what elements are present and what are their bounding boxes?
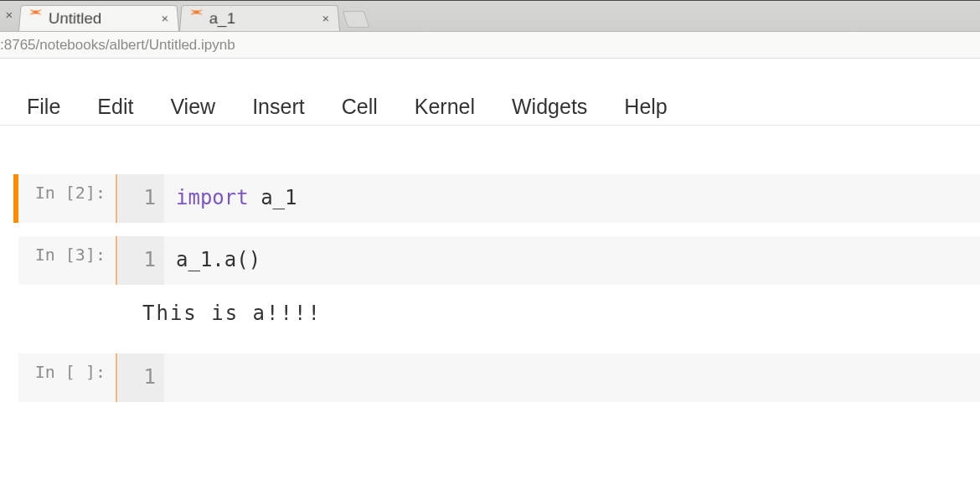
cell-prompt: In [ ]:: [18, 353, 116, 402]
menu-widgets[interactable]: Widgets: [512, 95, 587, 119]
menu-insert[interactable]: Insert: [252, 95, 305, 119]
notebook-area: File Edit View Insert Cell Kernel Widget…: [0, 59, 980, 402]
code-token-keyword: import: [176, 186, 249, 209]
output-text: This is a!!!!: [129, 302, 322, 325]
cell-output: This is a!!!!: [13, 302, 980, 325]
close-icon: ×: [3, 9, 15, 21]
close-icon[interactable]: ×: [159, 13, 172, 24]
cell-input-area[interactable]: 1: [117, 353, 980, 402]
menu-kernel[interactable]: Kernel: [415, 95, 475, 119]
cells-container: In [2]: 1 import a_1 In [3]: 1 a_1.a() T…: [0, 126, 980, 402]
jupyter-icon: [189, 12, 204, 25]
code-cell[interactable]: In [2]: 1 import a_1: [13, 174, 980, 223]
menu-bar: File Edit View Insert Cell Kernel Widget…: [0, 89, 980, 126]
cell-input-area[interactable]: 1 a_1.a(): [117, 236, 980, 285]
tab-title: Untitled: [48, 9, 159, 27]
close-icon[interactable]: ×: [320, 13, 333, 24]
line-number: 1: [117, 174, 164, 223]
cell-prompt: In [3]:: [18, 236, 116, 285]
browser-tab-untitled[interactable]: Untitled ×: [18, 5, 179, 31]
code-token-plain: a_1.a(): [176, 248, 260, 271]
menu-help[interactable]: Help: [624, 95, 667, 119]
code-cell[interactable]: In [3]: 1 a_1.a(): [13, 236, 980, 285]
jupyter-icon: [28, 12, 43, 25]
menu-edit[interactable]: Edit: [97, 95, 133, 119]
code-content[interactable]: a_1.a(): [164, 236, 980, 285]
code-content[interactable]: [164, 353, 980, 402]
url-text[interactable]: :8765/notebooks/albert/Untitled.ipynb: [0, 37, 235, 54]
address-bar: :8765/notebooks/albert/Untitled.ipynb: [0, 32, 980, 59]
cell-prompt: In [2]:: [18, 174, 116, 223]
line-number: 1: [117, 353, 164, 402]
menu-cell[interactable]: Cell: [342, 95, 378, 119]
code-token-plain: a_1: [249, 186, 297, 209]
line-number: 1: [117, 236, 164, 285]
cell-input-area[interactable]: 1 import a_1: [117, 174, 980, 223]
tab-title: a_1: [209, 9, 320, 27]
menu-view[interactable]: View: [170, 95, 215, 119]
code-content[interactable]: import a_1: [164, 174, 980, 223]
output-spacer: [13, 302, 129, 325]
browser-tab-strip: × Untitled × a_1 ×: [0, 0, 980, 32]
menu-file[interactable]: File: [27, 95, 60, 119]
prev-tab-close[interactable]: ×: [0, 4, 18, 31]
browser-tab-a1[interactable]: a_1 ×: [179, 5, 340, 31]
new-tab-button[interactable]: [343, 11, 369, 28]
code-cell[interactable]: In [ ]: 1: [13, 353, 980, 402]
